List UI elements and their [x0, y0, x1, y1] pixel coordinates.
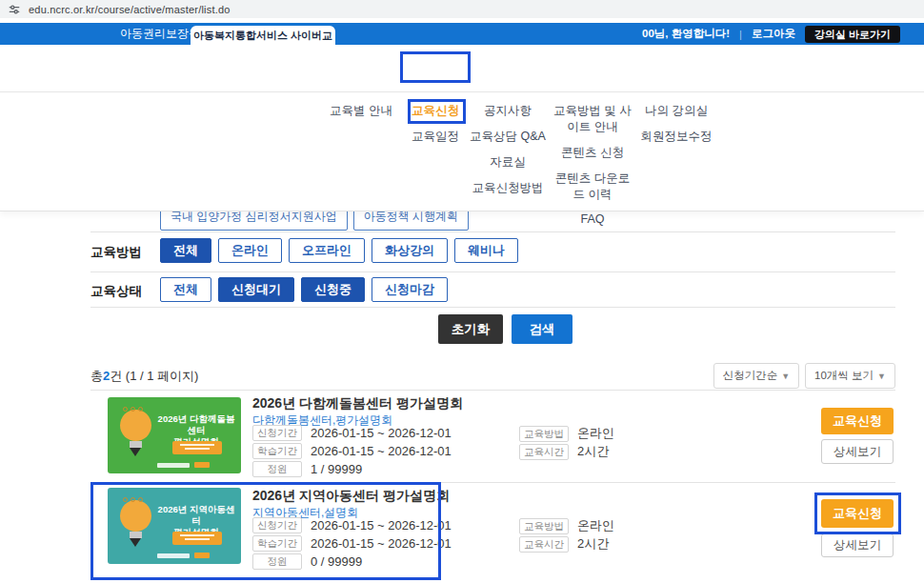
- filter-status-options: 전체 신청대기 신청중 신청마감: [160, 277, 448, 302]
- divider: [90, 482, 895, 483]
- apply-period-label: 신청기간: [252, 517, 302, 533]
- bulb-base-art: [130, 532, 142, 538]
- pencil-tip-art: [130, 538, 141, 547]
- page: edu.ncrc.or.kr/course/active/master/list…: [0, 0, 924, 583]
- hours-value: 2시간: [577, 535, 609, 553]
- top-utility-bar: 아동권리보장원 아동복지통합서비스 사이버교육센터 00님, 환영합니다! | …: [0, 23, 924, 45]
- apply-period-value: 2026-01-15 ~ 2026-12-01: [311, 426, 452, 440]
- filter-method-options: 전체 온라인 오프라인 화상강의 웨비나: [160, 238, 518, 263]
- page-size-select[interactable]: 10개씩 보기▼: [805, 363, 895, 389]
- filter-method-label: 교육방법: [90, 244, 142, 261]
- menu-item-download-history[interactable]: 콘텐츠 다운로드 이력: [551, 171, 634, 203]
- apply-course-button[interactable]: 교육신청: [821, 408, 894, 434]
- course-thumbnail[interactable]: 2026년 지역아동센터 평가설명회: [108, 488, 241, 564]
- menu-item-notice[interactable]: 공지사항: [455, 103, 560, 119]
- study-period-label: 학습기간: [252, 535, 302, 552]
- study-period-row: 학습기간 2026-01-15 ~ 2026-12-01: [252, 535, 452, 552]
- result-count: 총2건 (1 / 1 페이지): [90, 368, 198, 385]
- menu-item-archive[interactable]: 자료실: [455, 154, 560, 171]
- site-settings-icon[interactable]: [8, 3, 21, 16]
- method-value: 온라인: [577, 517, 614, 534]
- method-value: 온라인: [577, 425, 614, 442]
- reset-button[interactable]: 초기화: [438, 314, 503, 344]
- thumbnail-logos: [157, 462, 210, 468]
- method-row: 교육방법 온라인: [519, 517, 614, 534]
- method-option-offline[interactable]: 오프라인: [289, 238, 365, 263]
- menu-item-apply-howto[interactable]: 교육신청방법: [455, 180, 560, 196]
- menu-item-faq[interactable]: FAQ: [551, 211, 634, 228]
- page-url[interactable]: edu.ncrc.or.kr/course/active/master/list…: [29, 4, 231, 15]
- topbar-user-area: 00님, 환영합니다! | 로그아웃 강의실 바로가기: [642, 23, 900, 45]
- status-option-all[interactable]: 전체: [160, 277, 211, 302]
- method-option-video[interactable]: 화상강의: [372, 238, 448, 263]
- tab-cyber-education-center[interactable]: 아동복지통합서비스 사이버교육센터: [191, 26, 335, 45]
- chevron-down-icon: ▼: [877, 372, 886, 381]
- mega-menu-panel: 교육별 안내 교육신청 교육일정 공지사항 교육상담 Q&A 자료실 교육신청방…: [0, 93, 924, 211]
- method-row: 교육방법 온라인: [519, 425, 614, 442]
- list-controls: 신청기간순▼ 10개씩 보기▼: [713, 363, 895, 389]
- search-button[interactable]: 검색: [512, 314, 572, 344]
- mega-col-mypage: 나의 강의실 회원정보수정: [624, 103, 729, 154]
- pencil-tip-art: [130, 448, 141, 456]
- capacity-label: 정원: [252, 461, 302, 477]
- browser-url-bar: edu.ncrc.or.kr/course/active/master/list…: [0, 0, 924, 18]
- course-title[interactable]: 2026년 다함께돌봄센터 평가설명회: [252, 395, 463, 412]
- capacity-value: 1 / 99999: [311, 462, 362, 476]
- study-period-value: 2026-01-15 ~ 2026-12-01: [311, 444, 452, 458]
- menu-item-site-guide[interactable]: 교육방법 및 사이트 안내: [551, 103, 634, 135]
- thumbnail-logos: [157, 553, 210, 558]
- method-option-webinar[interactable]: 웨비나: [454, 238, 518, 263]
- course-thumbnail[interactable]: 2026년 다함께돌봄센터 평가설명회: [108, 397, 241, 473]
- sort-order-label: 신청기간순: [723, 370, 778, 381]
- thumbnail-date-badge: [172, 441, 222, 454]
- hours-value: 2시간: [577, 443, 609, 460]
- status-option-waiting[interactable]: 신청대기: [218, 277, 294, 302]
- method-label: 교육방법: [519, 426, 569, 442]
- status-option-open[interactable]: 신청중: [301, 277, 365, 302]
- mega-col-legal: 교육방법 및 사이트 안내 콘텐츠 신청 콘텐츠 다운로드 이력 FAQ: [551, 103, 634, 237]
- hours-row: 교육시간 2시간: [519, 535, 609, 553]
- study-period-label: 학습기간: [252, 443, 302, 459]
- capacity-label: 정원: [252, 553, 302, 570]
- sort-order-select[interactable]: 신청기간순▼: [713, 363, 799, 389]
- divider: [90, 307, 895, 308]
- site-header: 아동이 행복한 세상 아동권리보장원 National Center for t…: [0, 45, 924, 92]
- divider: [90, 231, 895, 232]
- apply-period-row: 신청기간 2026-01-15 ~ 2026-12-01: [252, 517, 452, 533]
- mega-col-customer: 공지사항 교육상담 Q&A 자료실 교육신청방법: [455, 103, 560, 206]
- divider: [90, 271, 895, 272]
- apply-period-row: 신청기간 2026-01-15 ~ 2026-12-01: [252, 425, 452, 441]
- thumbnail-date-badge: [172, 532, 222, 545]
- apply-course-button[interactable]: 교육신청: [821, 499, 894, 528]
- capacity-value: 0 / 99999: [311, 554, 362, 569]
- page-size-label: 10개씩 보기: [814, 370, 874, 381]
- result-count-suffix: 건 (1 / 1 페이지): [110, 369, 198, 383]
- logout-link[interactable]: 로그아웃: [752, 27, 795, 41]
- method-option-online[interactable]: 온라인: [218, 238, 282, 263]
- topbar-separator: |: [739, 29, 742, 40]
- menu-item-qna[interactable]: 교육상담 Q&A: [455, 129, 560, 145]
- menu-item-content-request[interactable]: 콘텐츠 신청: [551, 145, 634, 161]
- hours-row: 교육시간 2시간: [519, 443, 609, 460]
- apply-period-label: 신청기간: [252, 425, 302, 441]
- course-detail-button[interactable]: 상세보기: [821, 533, 894, 557]
- capacity-row: 정원 1 / 99999: [252, 461, 362, 477]
- course-detail-button[interactable]: 상세보기: [821, 439, 894, 464]
- welcome-message: 00님, 환영합니다!: [642, 27, 730, 41]
- capacity-row: 정원 0 / 99999: [252, 553, 362, 570]
- menu-item-edit-profile[interactable]: 회원정보수정: [624, 129, 729, 145]
- method-label: 교육방법: [519, 518, 569, 534]
- filter-status-label: 교육상태: [90, 283, 142, 300]
- hours-label: 교육시간: [519, 444, 569, 460]
- chevron-down-icon: ▼: [781, 372, 790, 381]
- study-period-row: 학습기간 2026-01-15 ~ 2026-12-01: [252, 443, 452, 459]
- classroom-shortcut-button[interactable]: 강의실 바로가기: [805, 26, 900, 43]
- status-option-closed[interactable]: 신청마감: [372, 277, 448, 302]
- bulb-base-art: [130, 441, 142, 448]
- course-title[interactable]: 2026년 지역아동센터 평가설명회: [252, 488, 450, 505]
- lightbulb-art: [120, 410, 151, 441]
- study-period-value: 2026-01-15 ~ 2026-12-01: [311, 536, 452, 551]
- apply-period-value: 2026-01-15 ~ 2026-12-01: [311, 518, 452, 533]
- menu-item-my-classroom[interactable]: 나의 강의실: [624, 103, 729, 119]
- method-option-all[interactable]: 전체: [160, 238, 211, 263]
